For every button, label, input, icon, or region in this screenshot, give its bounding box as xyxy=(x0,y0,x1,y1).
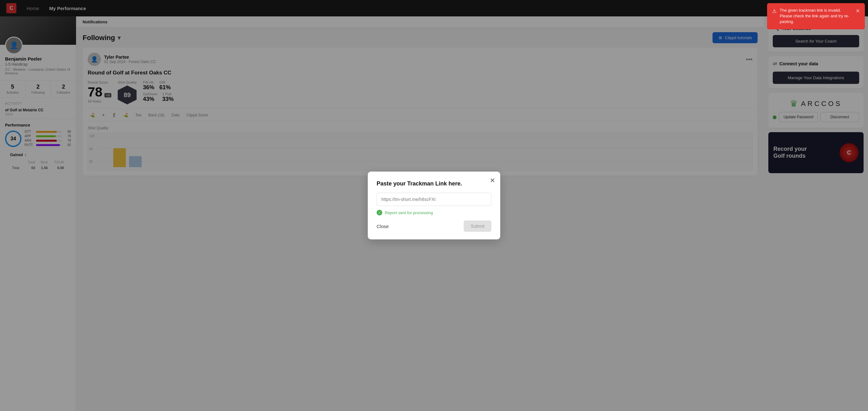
success-check-icon: ✓ xyxy=(377,210,382,215)
toast-close-btn[interactable]: ✕ xyxy=(856,7,860,14)
modal-submit-btn[interactable]: Submit xyxy=(464,220,491,232)
success-text: Report sent for processing xyxy=(385,211,433,215)
modal-footer: Close Submit xyxy=(377,220,491,232)
modal-success-message: ✓ Report sent for processing xyxy=(377,210,491,215)
trackman-url-input[interactable] xyxy=(377,193,491,206)
warning-icon: ⚠ xyxy=(772,8,777,15)
error-toast: ⚠ The given trackman link is invalid. Pl… xyxy=(767,3,865,29)
modal-overlay[interactable]: Paste your Trackman Link here. ✕ ✓ Repor… xyxy=(0,0,868,411)
trackman-modal: Paste your Trackman Link here. ✕ ✓ Repor… xyxy=(368,171,500,240)
toast-message: The given trackman link is invalid. Plea… xyxy=(780,7,852,25)
modal-close-btn[interactable]: Close xyxy=(377,221,389,231)
modal-title: Paste your Trackman Link here. xyxy=(377,181,491,187)
modal-close-x-btn[interactable]: ✕ xyxy=(490,177,495,184)
